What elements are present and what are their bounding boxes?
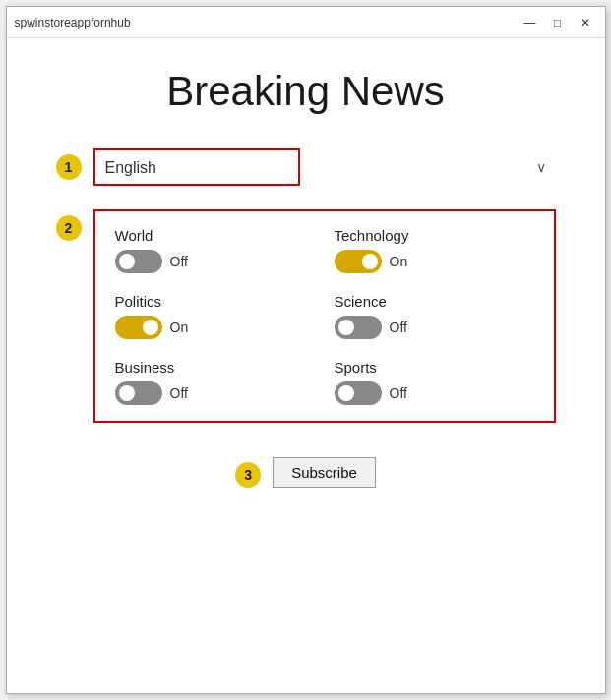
politics-toggle-thumb [143,320,158,335]
world-toggle-thumb [119,254,135,269]
world-toggle[interactable] [115,250,162,273]
categories-section: 2 World Off Tech [56,209,556,423]
language-select-wrapper: English Spanish French German Chinese ∨ [93,148,556,186]
category-sports-label: Sports [335,359,534,376]
category-technology: Technology On [335,227,534,273]
category-science-label: Science [335,293,534,310]
window-controls: — □ ✕ [519,11,597,34]
science-toggle[interactable] [335,316,382,339]
sports-toggle[interactable] [335,381,382,405]
technology-toggle-thumb [362,254,378,269]
close-button[interactable]: ✕ [574,11,597,34]
business-toggle-thumb [119,385,135,401]
category-sports-toggle-row: Off [335,381,534,405]
category-politics-label: Politics [115,293,315,310]
language-select[interactable]: English Spanish French German Chinese [93,148,300,186]
step2-badge: 2 [56,215,82,241]
politics-toggle[interactable] [115,316,162,339]
business-toggle-state: Off [170,385,188,401]
category-sports: Sports Off [335,359,534,405]
category-business-toggle-row: Off [115,381,315,405]
category-world-toggle-row: Off [115,250,315,273]
category-business-label: Business [115,359,315,376]
politics-toggle-state: On [170,320,189,335]
category-science-toggle-row: Off [335,316,534,339]
window-title: spwinstoreappfornhub [15,16,131,29]
step1-badge: 1 [56,154,82,180]
title-bar: spwinstoreappfornhub — □ ✕ [7,7,605,38]
categories-grid: World Off Technology [115,227,534,405]
category-politics-toggle-row: On [115,316,315,339]
chevron-down-icon: ∨ [536,159,546,175]
category-business: Business Off [115,359,315,405]
maximize-button[interactable]: □ [546,11,570,34]
world-toggle-state: Off [170,254,188,269]
step3-badge: 3 [235,462,261,488]
language-section: 1 English Spanish French German Chinese … [56,148,556,186]
technology-toggle-state: On [390,254,408,269]
category-world: World Off [115,227,315,273]
science-toggle-thumb [338,320,354,335]
technology-toggle[interactable] [335,250,382,273]
business-toggle[interactable] [115,381,162,405]
subscribe-button[interactable]: Subscribe [273,457,376,488]
category-technology-label: Technology [335,227,534,244]
sports-toggle-thumb [338,385,354,401]
minimize-button[interactable]: — [519,11,542,34]
app-window: spwinstoreappfornhub — □ ✕ Breaking News… [6,6,606,694]
science-toggle-state: Off [390,320,407,335]
categories-box: World Off Technology [93,209,556,423]
category-politics: Politics On [115,293,315,339]
category-technology-toggle-row: On [335,250,534,273]
category-world-label: World [115,227,315,244]
main-content: Breaking News 1 English Spanish French G… [7,38,605,693]
sports-toggle-state: Off [390,385,407,401]
page-title: Breaking News [166,68,444,115]
subscribe-section: 3 Subscribe [235,456,376,488]
category-science: Science Off [335,293,534,339]
